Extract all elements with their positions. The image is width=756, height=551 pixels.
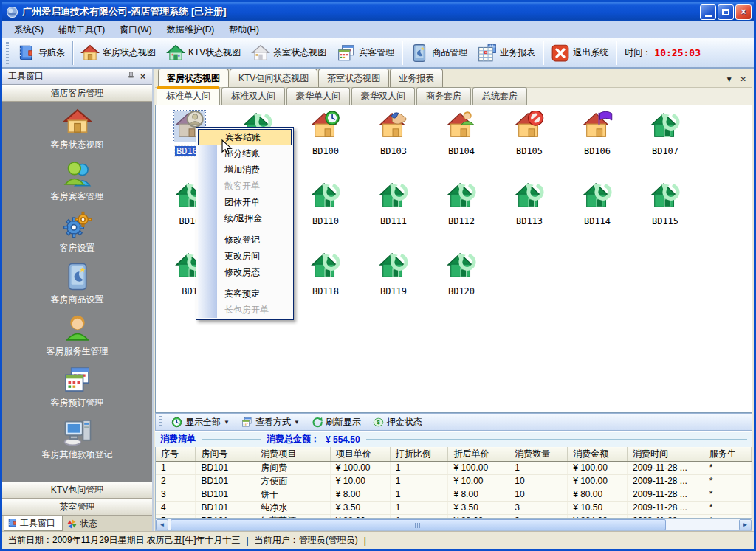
menubar-item-help[interactable]: 帮助(H) — [221, 21, 267, 39]
table-cell: ¥ 8.00 — [330, 488, 390, 501]
sidebar-group-1[interactable]: 茶室管理 — [2, 499, 152, 516]
menubar-item-window[interactable]: 窗口(W) — [112, 21, 159, 39]
table-row[interactable]: 3BD101饼干¥ 8.001¥ 8.0010¥ 80.002009-11-28… — [156, 488, 752, 501]
room-BD106[interactable]: BD106 — [563, 105, 631, 176]
table-row[interactable]: 1BD101房间费¥ 100.001¥ 100.001¥ 100.002009-… — [156, 461, 752, 474]
room-BD105[interactable]: BD105 — [495, 105, 563, 176]
menu-item-modify-room-state[interactable]: 修改房态 — [218, 264, 292, 280]
sidebar-item-room-waiter-mgmt[interactable]: 客房服务生管理 — [47, 313, 109, 358]
column-header[interactable]: 消费数量 — [509, 447, 568, 461]
toolbar-button-nav-bar[interactable]: 导航条 — [11, 41, 70, 65]
maximize-button[interactable] — [718, 4, 734, 20]
room-BD112[interactable]: BD112 — [427, 176, 495, 246]
scroll-right-icon[interactable]: ► — [739, 519, 752, 530]
room-BD107[interactable]: BD107 — [631, 105, 699, 176]
room-type-tab-deluxe-double[interactable]: 豪华双人间 — [351, 87, 415, 105]
toolbar-button-goods-mgmt[interactable]: 商品管理 — [405, 41, 472, 65]
sidebar-group-room-mgmt[interactable]: 酒店客房管理 — [2, 85, 152, 102]
toolbar-button-ktv-status-view[interactable]: KTV状态视图 — [161, 41, 246, 65]
tab-room-status-view[interactable]: 客房状态视图 — [158, 69, 229, 87]
green-house-icon — [166, 44, 185, 63]
menu-item-renew-refund-deposit[interactable]: 续/退押金 — [218, 210, 292, 226]
content-area: 工具窗口 × 酒店客房管理 客房状态视图客房宾客管理客房设置客房商品设置客房服务… — [2, 69, 754, 531]
tab-ktv-room-status-view[interactable]: KTV包间状态视图 — [230, 69, 317, 87]
close-button[interactable]: × — [735, 4, 752, 20]
toolbar-button-tea-status-view[interactable]: 茶室状态视图 — [246, 41, 331, 65]
menu-item-change-room[interactable]: 更改房间 — [218, 248, 292, 264]
column-header[interactable]: 项目单价 — [330, 447, 390, 461]
room-BD114[interactable]: BD114 — [563, 176, 631, 246]
room-type-tab-president-suite[interactable]: 总统套房 — [472, 87, 527, 105]
table-row[interactable]: 4BD101纯净水¥ 3.501¥ 3.503¥ 10.502009-11-28… — [156, 501, 752, 514]
room-BD103[interactable]: BD103 — [360, 105, 427, 176]
sidebar-item-room-other-fees[interactable]: 客房其他款项登记 — [42, 417, 113, 461]
column-header[interactable]: 服务生 — [704, 447, 751, 461]
sidebar-bottom-tab-tool-window[interactable]: 工具窗口 — [4, 516, 63, 531]
scroll-left-icon[interactable]: ◄ — [156, 519, 168, 530]
room-type-tab-std-single[interactable]: 标准单人间 — [157, 86, 220, 105]
room-BD111[interactable]: BD111 — [360, 176, 427, 246]
toolbar-button-exit-system[interactable]: 退出系统 — [546, 41, 614, 65]
sidebar-group-0[interactable]: KTV包间管理 — [2, 482, 152, 499]
view-toolbar-refresh-display[interactable]: 刷新显示 — [306, 415, 366, 430]
menubar-item-tools[interactable]: 辅助工具(T) — [51, 21, 112, 39]
menu-item-guest-checkout[interactable]: 宾客结账 — [198, 129, 292, 145]
column-header[interactable]: 打折比例 — [390, 447, 448, 461]
column-header[interactable]: 序号 — [156, 447, 196, 461]
toolbar-button-guest-mgmt[interactable]: 宾客管理 — [331, 41, 399, 65]
room-type-tab-deluxe-single[interactable]: 豪华单人间 — [286, 87, 350, 105]
toolbar-button-room-status-view[interactable]: 客房状态视图 — [75, 41, 161, 65]
toolbar-button-biz-report[interactable]: 业务报表 — [472, 41, 540, 65]
table-cell: 1 — [509, 461, 568, 474]
room-BD104[interactable]: BD104 — [427, 105, 495, 176]
room-BD120[interactable]: BD120 — [427, 246, 495, 316]
view-toolbar-view-mode[interactable]: 查看方式▼ — [236, 415, 305, 430]
room-BD115[interactable]: BD115 — [631, 176, 699, 246]
gears-icon — [63, 210, 92, 240]
menu-item-group-open-bill[interactable]: 团体开单 — [218, 194, 292, 210]
sidebar-item-room-booking-mgmt[interactable]: 客房预订管理 — [51, 365, 104, 409]
menubar-item-system[interactable]: 系统(S) — [7, 21, 51, 39]
menu-item-add-consumption[interactable]: 增加消费 — [218, 162, 292, 178]
person-green-icon — [63, 159, 92, 188]
tab-dropdown-icon[interactable]: ▼ — [726, 75, 733, 83]
sidebar-item-room-goods-settings[interactable]: 客房商品设置 — [51, 262, 104, 306]
sidebar-bottom-tab-status[interactable]: 状态 — [64, 516, 104, 531]
house-flagged-icon — [582, 111, 613, 142]
room-BD113[interactable]: BD113 — [495, 176, 563, 246]
column-header[interactable]: 折后单价 — [448, 447, 509, 461]
scrollbar-thumb[interactable] — [171, 519, 666, 530]
sidebar-item-room-status-view[interactable]: 客房状态视图 — [51, 107, 104, 151]
room-BD119[interactable]: BD119 — [360, 246, 427, 316]
pin-icon[interactable] — [126, 71, 137, 82]
menu-item-modify-registration[interactable]: 修改登记 — [218, 232, 292, 248]
room-BD110[interactable]: BD110 — [292, 176, 360, 246]
room-type-tab-business-suite[interactable]: 商务套房 — [416, 87, 471, 105]
minimize-button[interactable] — [700, 4, 716, 20]
tab-biz-report[interactable]: 业务报表 — [390, 69, 443, 87]
sidebar-item-room-guest-mgmt[interactable]: 客房宾客管理 — [51, 159, 104, 203]
menu-item-guest-reservation[interactable]: 宾客预定 — [218, 285, 292, 302]
horizontal-scrollbar[interactable]: ◄ ► — [155, 519, 752, 531]
sidebar-item-room-settings[interactable]: 客房设置 — [60, 210, 95, 254]
room-BD100[interactable]: BD100 — [292, 105, 360, 176]
house-vacant-icon — [446, 181, 477, 212]
column-header[interactable]: 消费项目 — [255, 447, 331, 461]
column-header[interactable]: 房间号 — [196, 447, 255, 461]
white-house-icon — [251, 44, 270, 63]
scrollbar-track[interactable] — [169, 519, 738, 530]
column-header[interactable]: 消费金额 — [568, 447, 628, 461]
table-cell: ¥ 10.00 — [330, 474, 390, 488]
table-row[interactable]: 2BD101方便面¥ 10.001¥ 10.0010¥ 100.002009-1… — [156, 474, 752, 488]
room-type-tab-std-double[interactable]: 标准双人间 — [221, 87, 285, 105]
house-guest-person-icon — [446, 111, 477, 142]
view-toolbar-show-all[interactable]: 显示全部▼ — [166, 415, 235, 430]
tab-tea-status-view[interactable]: 茶室状态视图 — [318, 69, 389, 87]
view-toolbar-deposit-status[interactable]: $押金状态 — [368, 415, 427, 430]
menu-item-partial-checkout[interactable]: 部分结账 — [218, 145, 292, 162]
tab-close-icon[interactable]: ✕ — [740, 75, 746, 83]
sidebar-close-icon[interactable]: × — [137, 71, 149, 83]
menubar-item-data-maint[interactable]: 数据维护(D) — [159, 21, 222, 39]
column-header[interactable]: 消费时间 — [627, 447, 704, 461]
room-BD118[interactable]: BD118 — [292, 246, 360, 316]
